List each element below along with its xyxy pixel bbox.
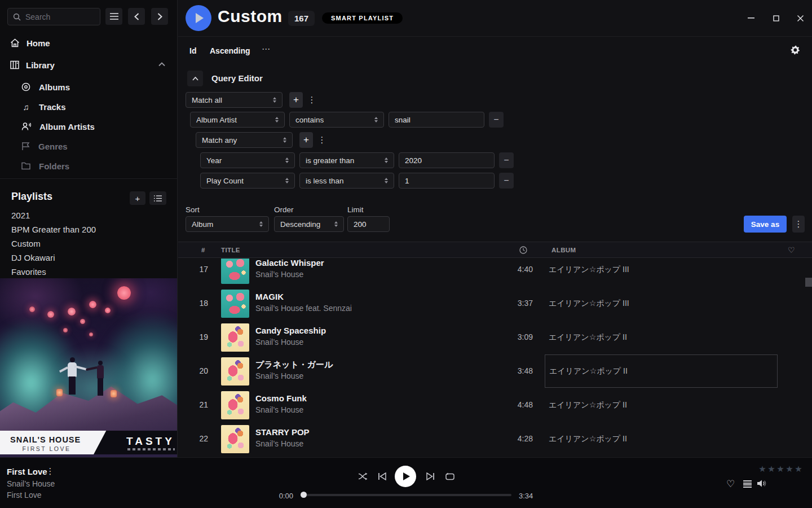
track-row[interactable]: 17 Galactic Whisper Snail’s House 4:40 エ… — [178, 259, 812, 287]
menu-button[interactable] — [105, 8, 122, 25]
clock-icon[interactable] — [519, 246, 527, 255]
add-rule-button[interactable]: + — [299, 132, 313, 148]
remove-rule-button[interactable]: − — [489, 112, 504, 128]
rule-value-input[interactable] — [399, 173, 495, 189]
column-title[interactable]: TITLE — [221, 247, 240, 253]
sidebar-item-label: Album Artists — [39, 122, 95, 132]
rule-operator-select[interactable]: is less than — [299, 173, 394, 189]
track-album-cell[interactable]: エイリアン☆ポップ II — [545, 388, 778, 422]
rule-field-select[interactable]: Play Count — [200, 173, 295, 189]
maximize-button[interactable] — [767, 10, 784, 27]
track-album-cell[interactable]: エイリアン☆ポップ III — [545, 259, 778, 286]
sidebar-item-tracks[interactable]: ♫ Tracks — [0, 99, 178, 114]
rating-stars[interactable]: ★★★★★ — [758, 465, 803, 474]
rule-value-input[interactable] — [399, 152, 495, 168]
nav-back-button[interactable] — [128, 8, 145, 25]
track-album-cell[interactable]: エイリアン☆ポップ II — [545, 354, 778, 388]
track-row[interactable]: 20 プラネット・ガール Snail’s House 3:48 エイリアン☆ポッ… — [178, 354, 812, 388]
sidebar-item-genres[interactable]: Genres — [0, 139, 178, 154]
match-type-select[interactable]: Match any — [196, 132, 293, 148]
track-album-cell[interactable]: エイリアン☆ポップ II — [545, 422, 778, 456]
nav-forward-button[interactable] — [151, 8, 168, 25]
previous-button[interactable] — [377, 472, 387, 481]
playlist-list-button[interactable] — [149, 191, 166, 205]
add-rule-button[interactable]: + — [289, 92, 303, 108]
seek-bar[interactable] — [301, 494, 511, 496]
order-select[interactable]: Descending — [274, 216, 344, 232]
select-caret-icon — [385, 178, 388, 183]
star-icon[interactable]: ★ — [794, 465, 803, 474]
scrollbar-thumb[interactable] — [805, 278, 812, 287]
add-playlist-button[interactable]: + — [130, 191, 145, 205]
minimize-button[interactable] — [743, 10, 760, 27]
select-value: Descending — [280, 220, 320, 229]
track-row[interactable]: 21 Cosmo Funk Snail’s House 4:48 エイリアン☆ポ… — [178, 388, 812, 422]
page-header: Custom 167 SMART PLAYLIST — [178, 0, 812, 37]
album-thumbnail — [221, 425, 249, 453]
rule-field-select[interactable]: Album Artist — [190, 112, 285, 128]
repeat-button[interactable] — [444, 471, 456, 481]
search-input[interactable]: Search — [7, 8, 100, 25]
group-menu-button[interactable]: ⋮ — [317, 132, 327, 148]
more-options-button[interactable]: ⋯ — [262, 44, 270, 54]
favorite-button[interactable]: ♡ — [726, 478, 735, 490]
playlist-item[interactable]: Custom — [11, 237, 164, 249]
heart-icon[interactable]: ♡ — [788, 246, 795, 255]
track-duration: 3:48 — [492, 366, 533, 375]
rule-operator-select[interactable]: is greater than — [299, 152, 394, 168]
select-caret-icon — [374, 117, 378, 122]
now-playing-menu-button[interactable]: ⋮ — [45, 466, 55, 477]
select-caret-icon — [275, 117, 279, 122]
rule-value-input[interactable] — [389, 112, 484, 128]
sidebar-item-label: Home — [27, 38, 50, 48]
play-playlist-button[interactable] — [186, 5, 211, 31]
track-row[interactable]: 18 MAGIK Snail’s House feat. Sennzai 3:3… — [178, 287, 812, 321]
track-album-cell[interactable]: エイリアン☆ポップ II — [545, 321, 778, 354]
playlist-item[interactable]: Favorites — [11, 265, 164, 278]
column-index[interactable]: # — [201, 247, 205, 253]
remove-rule-button[interactable]: − — [499, 152, 514, 168]
playlist-item[interactable]: 2021 — [11, 209, 164, 221]
close-button[interactable] — [792, 10, 809, 27]
chevron-up-icon[interactable] — [158, 62, 165, 67]
sort-select[interactable]: Album — [186, 216, 269, 232]
lantern — [117, 286, 131, 300]
star-icon[interactable]: ★ — [758, 465, 767, 474]
save-menu-button[interactable]: ⋮ — [792, 216, 805, 233]
sort-direction-button[interactable]: Ascending — [210, 46, 250, 55]
sidebar-item-home[interactable]: Home — [0, 34, 178, 51]
match-type-select[interactable]: Match all — [186, 92, 283, 108]
track-album-cell[interactable]: エイリアン☆ポップ III — [545, 287, 778, 320]
sort-field-button[interactable]: Id — [189, 46, 196, 55]
star-icon[interactable]: ★ — [767, 465, 776, 474]
sidebar-item-albums[interactable]: Albums — [0, 80, 178, 94]
sidebar-item-folders[interactable]: Folders — [0, 159, 178, 173]
shuffle-button[interactable] — [358, 471, 369, 481]
remove-rule-button[interactable]: − — [499, 173, 514, 189]
group-menu-button[interactable]: ⋮ — [307, 92, 317, 108]
sidebar-item-album-artists[interactable]: Album Artists — [0, 119, 178, 134]
rule-field-select[interactable]: Year — [200, 152, 295, 168]
track-row[interactable]: 22 STARRY POP Snail’s House 4:28 エイリアン☆ポ… — [178, 422, 812, 456]
seek-handle[interactable] — [301, 492, 307, 498]
queue-button[interactable] — [743, 480, 752, 488]
column-album[interactable]: ALBUM — [551, 247, 576, 253]
star-icon[interactable]: ★ — [776, 465, 785, 474]
next-button[interactable] — [425, 472, 435, 481]
track-row[interactable]: 19 Candy Spaceship Snail’s House 3:09 エイ… — [178, 321, 812, 354]
limit-label: Limit — [347, 205, 364, 214]
play-pause-button[interactable] — [395, 466, 416, 487]
save-as-button[interactable]: Save as — [744, 216, 787, 233]
playlist-item[interactable]: DJ Okawari — [11, 251, 164, 264]
limit-input[interactable] — [347, 216, 390, 232]
volume-button[interactable] — [757, 479, 766, 490]
track-artist: Snail’s House — [255, 371, 303, 380]
query-editor-collapse-button[interactable] — [187, 71, 203, 86]
track-number: 21 — [189, 400, 208, 409]
now-playing-album-art[interactable]: SNAIL'S HOUSE FIRST LOVE TASTY — [0, 278, 177, 457]
star-icon[interactable]: ★ — [785, 465, 794, 474]
playlist-item[interactable]: BPM Greater than 200 — [11, 223, 164, 235]
rule-operator-select[interactable]: contains — [289, 112, 384, 128]
sidebar-item-library[interactable]: Library — [0, 56, 178, 73]
settings-button[interactable] — [791, 45, 800, 57]
